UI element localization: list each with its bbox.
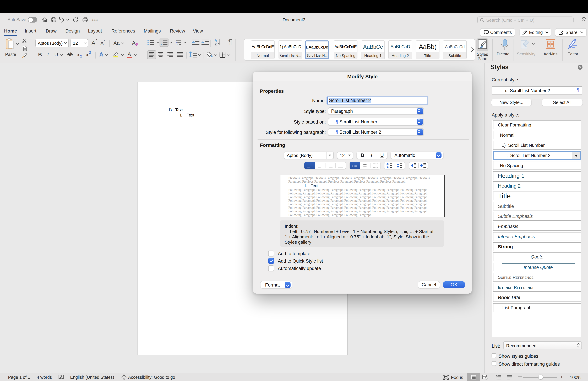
svg-text:i: i [177,43,177,45]
svg-text:2: 2 [161,41,162,43]
svg-text:3: 3 [161,43,162,45]
svg-text:A: A [215,39,217,42]
svg-text:1: 1 [174,39,175,41]
svg-text:1: 1 [161,39,162,41]
svg-text:Z: Z [215,42,217,46]
svg-text:a: a [176,41,177,43]
